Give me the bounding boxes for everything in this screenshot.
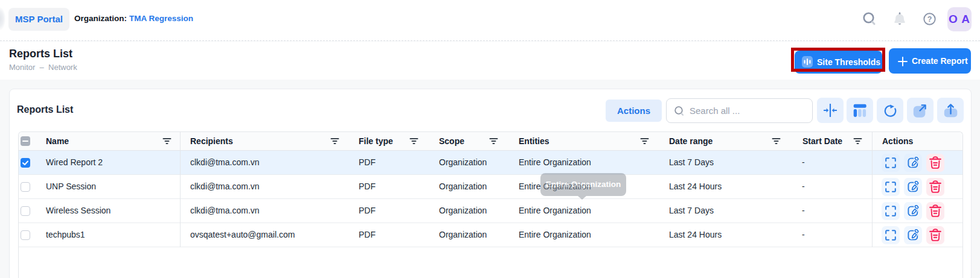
- svg-text:?: ?: [927, 15, 932, 24]
